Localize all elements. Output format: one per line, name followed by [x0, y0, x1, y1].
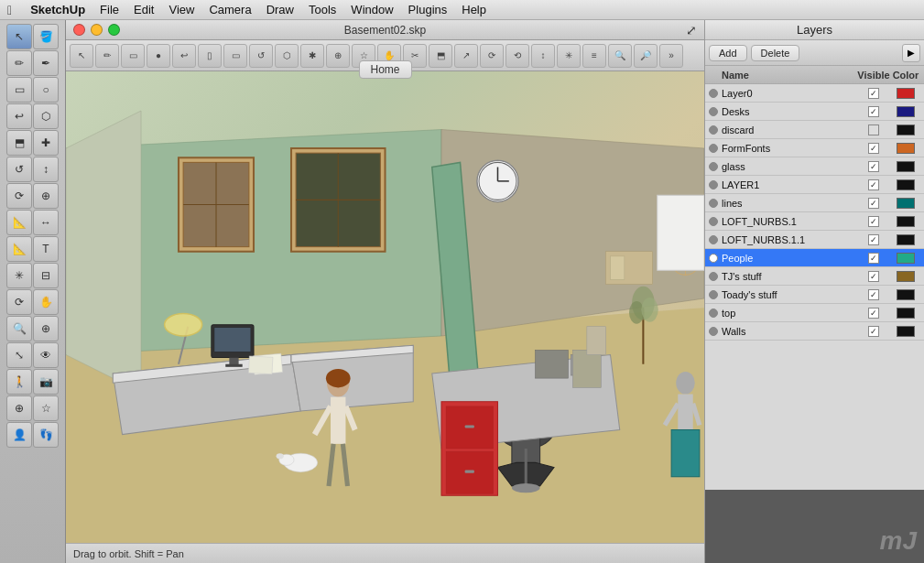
- layer-checkbox[interactable]: [868, 216, 879, 227]
- layer-color-swatch[interactable]: [897, 308, 915, 319]
- layer-row[interactable]: TJ's stuff: [705, 267, 924, 286]
- maximize-button[interactable]: [108, 24, 120, 36]
- toolbar-eraser[interactable]: ▭: [121, 44, 145, 68]
- layer-row[interactable]: Layer0: [705, 84, 924, 103]
- toolbar-paint[interactable]: ●: [147, 44, 170, 68]
- toolbar-rect[interactable]: ▯: [198, 44, 222, 68]
- layer-color-swatch[interactable]: [897, 198, 915, 209]
- layer-color-cell[interactable]: [891, 253, 920, 264]
- eraser-tool[interactable]: ✏: [6, 50, 32, 76]
- layer-checkbox[interactable]: [868, 198, 879, 209]
- paint-tool[interactable]: 🪣: [33, 24, 59, 49]
- layer-color-cell[interactable]: [891, 271, 920, 282]
- layer-row[interactable]: discard: [705, 121, 924, 139]
- offset-tool[interactable]: ⊕: [33, 183, 59, 209]
- layer-visible-cell[interactable]: [856, 253, 891, 264]
- layer-visible-cell[interactable]: [856, 161, 891, 172]
- rotate-tool[interactable]: ↺: [6, 157, 32, 182]
- look-around-tool[interactable]: 👁: [33, 342, 59, 368]
- layer-color-cell[interactable]: [891, 179, 920, 190]
- circle-tool[interactable]: ○: [33, 77, 59, 103]
- followme-tool[interactable]: ⟳: [6, 183, 32, 209]
- layer-color-swatch[interactable]: [897, 271, 915, 282]
- layer-color-swatch[interactable]: [897, 326, 915, 337]
- section-tool[interactable]: ⊟: [33, 263, 59, 288]
- toolbar-arc[interactable]: ↩: [172, 44, 196, 68]
- layer-checkbox[interactable]: [868, 289, 879, 300]
- layer-color-swatch[interactable]: [897, 216, 915, 227]
- layer-color-cell[interactable]: [891, 161, 920, 172]
- layer-color-swatch[interactable]: [897, 88, 915, 99]
- layer-color-cell[interactable]: [891, 88, 920, 99]
- layer-checkbox[interactable]: [868, 253, 879, 264]
- layer-checkbox[interactable]: [868, 143, 879, 154]
- layer-visible-cell[interactable]: [856, 125, 891, 135]
- text-tool[interactable]: T: [33, 236, 59, 262]
- toolbar-section[interactable]: ✳: [557, 44, 581, 68]
- expand-icon[interactable]: ⤢: [686, 23, 697, 38]
- pushpull-tool[interactable]: ⬒: [6, 130, 32, 156]
- walk-tool[interactable]: 🚶: [6, 369, 32, 395]
- menu-file[interactable]: File: [92, 3, 126, 16]
- delete-layer-button[interactable]: Delete: [751, 45, 800, 61]
- layer-color-cell[interactable]: [891, 216, 920, 227]
- layer-row[interactable]: Walls: [705, 322, 924, 341]
- footprint-tool[interactable]: 👣: [33, 422, 59, 448]
- polygon-tool[interactable]: ⬡: [33, 103, 59, 129]
- panel-nav-button[interactable]: ▶: [902, 44, 920, 62]
- menu-tools[interactable]: Tools: [301, 3, 343, 16]
- layer-checkbox[interactable]: [868, 326, 879, 337]
- toolbar-push[interactable]: ▭: [223, 44, 247, 68]
- layer-row[interactable]: Desks: [705, 103, 924, 121]
- arc-tool[interactable]: ↩: [6, 103, 32, 129]
- toolbar-zoom[interactable]: ⟲: [505, 44, 529, 68]
- layer-visible-cell[interactable]: [856, 216, 891, 227]
- position-camera-tool[interactable]: 📷: [33, 369, 59, 395]
- add-layer-button[interactable]: Add: [709, 45, 747, 61]
- layer-color-swatch[interactable]: [897, 179, 915, 190]
- layer-row[interactable]: LOFT_NURBS.1: [705, 212, 924, 231]
- zoom-window-tool[interactable]: ⊕: [33, 316, 59, 341]
- layer-color-cell[interactable]: [891, 198, 920, 209]
- move-tool[interactable]: ✚: [33, 130, 59, 156]
- layer-color-swatch[interactable]: [897, 106, 915, 117]
- layer-color-cell[interactable]: [891, 125, 920, 135]
- layer-visible-cell[interactable]: [856, 289, 891, 300]
- layer-color-cell[interactable]: [891, 106, 920, 117]
- toolbar-pushpull2[interactable]: ⬒: [429, 44, 452, 68]
- select-tool[interactable]: ↖: [6, 24, 32, 49]
- layer-checkbox[interactable]: [868, 271, 879, 282]
- layer-row[interactable]: glass: [705, 157, 924, 176]
- rectangle-tool[interactable]: ▭: [6, 77, 32, 103]
- menu-help[interactable]: Help: [454, 3, 494, 16]
- menu-window[interactable]: Window: [343, 3, 400, 16]
- layer-color-cell[interactable]: [891, 143, 920, 154]
- toolbar-zoomin[interactable]: 🔍: [608, 44, 632, 68]
- tape-tool[interactable]: 📐: [6, 210, 32, 235]
- home-button[interactable]: Home: [358, 60, 411, 79]
- layer-row[interactable]: lines: [705, 194, 924, 212]
- layer-visible-cell[interactable]: [856, 308, 891, 319]
- menu-plugins[interactable]: Plugins: [401, 3, 455, 16]
- layer-color-cell[interactable]: [891, 326, 920, 337]
- layer-color-swatch[interactable]: [897, 234, 915, 245]
- layer-color-cell[interactable]: [891, 234, 920, 245]
- layer-row[interactable]: Toady's stuff: [705, 286, 924, 304]
- layer-visible-cell[interactable]: [856, 198, 891, 209]
- axes-tool[interactable]: ✳: [6, 263, 32, 288]
- layer-color-cell[interactable]: [891, 289, 920, 300]
- minimize-button[interactable]: [91, 24, 103, 36]
- menu-draw[interactable]: Draw: [259, 3, 301, 16]
- pan-tool[interactable]: ✋: [33, 289, 59, 315]
- layer-checkbox[interactable]: [868, 88, 879, 99]
- scene-canvas[interactable]: [66, 71, 704, 563]
- app-name[interactable]: SketchUp: [23, 3, 92, 16]
- layer-color-swatch[interactable]: [897, 289, 915, 300]
- layer-visible-cell[interactable]: [856, 326, 891, 337]
- toolbar-more[interactable]: »: [659, 44, 683, 68]
- layer-row[interactable]: LOFT_NURBS.1.1: [705, 231, 924, 249]
- layer-row[interactable]: top: [705, 304, 924, 322]
- viewport[interactable]: Basement02.skp ⤢ ↖ ✏ ▭ ● ↩ ▯ ▭ ↺ ⬡ ✱ ⊕ ☆…: [66, 20, 704, 563]
- toolbar-xray[interactable]: ≡: [582, 44, 606, 68]
- layer-row[interactable]: LAYER1: [705, 176, 924, 194]
